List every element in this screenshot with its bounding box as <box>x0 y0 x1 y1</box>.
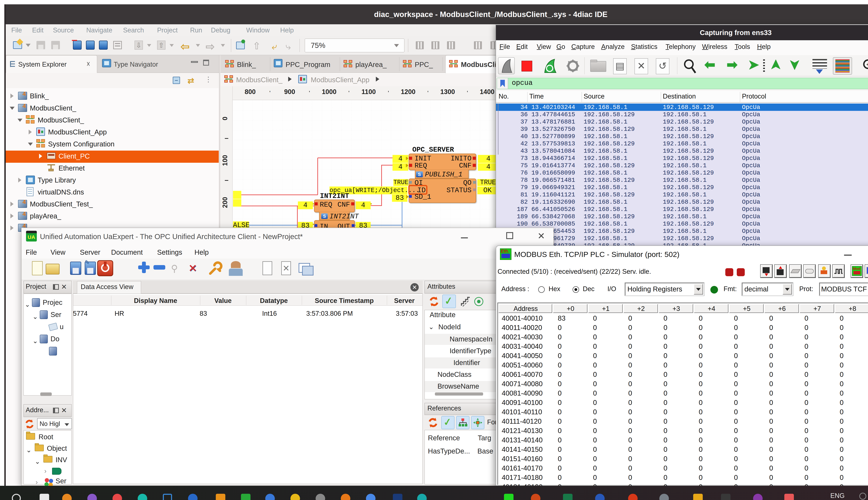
svg-text:+: + <box>866 61 868 68</box>
